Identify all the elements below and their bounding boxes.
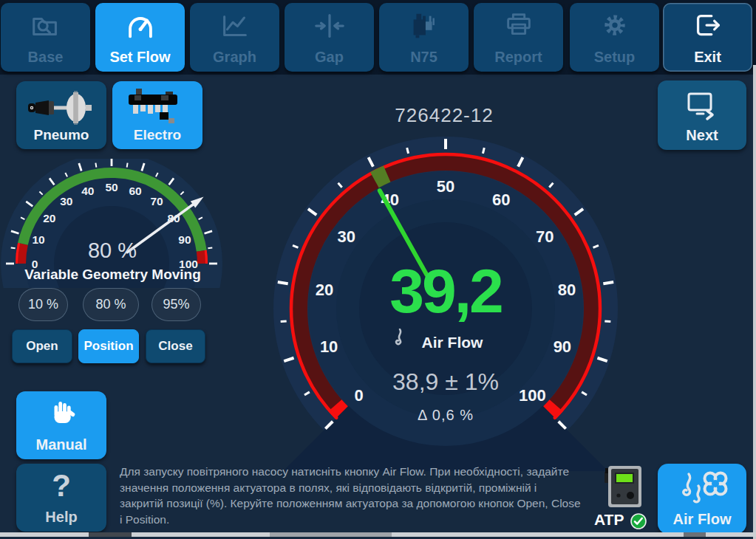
printer-icon — [502, 10, 536, 44]
toolbar-button-label: Exit — [694, 49, 721, 66]
gauge-tick-label: 20 — [316, 281, 333, 299]
gauge-tick-label: 40 — [381, 190, 398, 209]
flow-unit-label: Air Flow — [422, 334, 483, 351]
air-flow-button-label: Air Flow — [673, 511, 732, 528]
toolbar-button-label: Graph — [213, 49, 256, 66]
gauge-tick-label: 10 — [320, 337, 338, 356]
gauge-needle-tip — [191, 196, 204, 207]
tab-pneumo[interactable]: Pneumo — [16, 81, 106, 149]
tab-electro[interactable]: Electro — [112, 81, 202, 149]
help-button[interactable]: ? Help — [16, 464, 106, 532]
right-scrollbar[interactable] — [753, 65, 756, 539]
preset-value: 95% — [163, 297, 189, 312]
gauge-tick-label: 60 — [492, 190, 510, 209]
gauge-tick-label: 80 — [558, 281, 576, 299]
gauge-tick-label: 30 — [337, 227, 355, 246]
part-number: 726422-12 — [296, 104, 592, 127]
bottom-edge-segment — [89, 532, 132, 537]
gauge-tick-label: 70 — [536, 227, 554, 246]
solenoid-valve-icon — [407, 10, 441, 44]
gear-icon — [598, 10, 632, 44]
toolbar-button-report[interactable]: Report — [474, 3, 563, 72]
help-button-label: Help — [45, 509, 77, 526]
toolbar-button-set-flow[interactable]: Set Flow — [95, 3, 185, 72]
gauge-needle — [127, 204, 194, 252]
gauge-tick-label: 50 — [437, 177, 454, 196]
instructions-text: Для запуску повітряного насосу натисніть… — [120, 464, 609, 527]
manual-button-label: Manual — [36, 436, 87, 453]
air-flow-button[interactable]: Air Flow — [658, 464, 746, 534]
question-mark-icon: ? — [16, 468, 106, 504]
toolbar-button-base[interactable]: Base — [1, 3, 90, 72]
air-flow-fan-icon — [677, 470, 729, 511]
top-toolbar: Base Set Flow Graph Gap — [0, 0, 756, 75]
toolbar-button-graph[interactable]: Graph — [190, 3, 279, 72]
toolbar-button-label: N75 — [410, 49, 437, 66]
toolbar-button-gap[interactable]: Gap — [285, 3, 374, 72]
position-value: 80 % — [88, 238, 137, 262]
tab-label: Electro — [134, 127, 181, 143]
toolbar-button-n75[interactable]: N75 — [379, 3, 469, 72]
open-button[interactable]: Open — [12, 329, 72, 363]
bottom-edge-segment — [270, 532, 392, 537]
gauge-needle — [380, 190, 427, 275]
atp-device-icon — [603, 464, 646, 510]
gauge-tick-label: 100 — [519, 386, 546, 405]
flow-value: 39,2 — [389, 256, 502, 326]
next-screen-icon — [684, 89, 721, 123]
speedometer-icon — [123, 10, 157, 44]
gauge-tick-label: 90 — [178, 233, 191, 246]
toolbar-button-setup[interactable]: Setup — [570, 3, 659, 72]
gauge-tick-label: 10 — [32, 233, 44, 246]
close-button[interactable]: Close — [146, 329, 205, 363]
flow-setpoint: 38,9 ± 1% — [392, 368, 499, 395]
line-chart-icon — [218, 10, 252, 44]
air-flow-gauge: 010203040506070809010039,2Air Flow38,9 ±… — [270, 131, 622, 471]
gauge-tick-label: 30 — [60, 195, 72, 207]
preset-field-position[interactable]: 80 % — [83, 288, 139, 321]
close-button-label: Close — [158, 339, 192, 354]
position-gauge-title: Variable Geometry Moving — [7, 267, 218, 283]
preset-value: 80 % — [95, 297, 126, 312]
toolbar-button-label: Report — [494, 49, 542, 66]
next-button-label: Next — [686, 127, 718, 144]
toolbar-button-exit[interactable]: Exit — [663, 3, 752, 72]
flow-delta: Δ 0,6 % — [418, 407, 474, 423]
preset-field-close[interactable]: 95% — [151, 288, 201, 321]
tab-label: Pneumo — [34, 127, 89, 143]
exit-icon — [691, 10, 725, 44]
gauge-tick-label: 60 — [129, 185, 142, 197]
gauge-tick-label: 80 — [168, 212, 180, 224]
atp-status-label: ATP — [594, 511, 631, 529]
bottom-edge-bar — [0, 532, 756, 537]
toolbar-button-label: Gap — [315, 49, 344, 66]
bottom-edge-segment — [684, 532, 706, 537]
gauge-tick-label: 40 — [81, 185, 94, 197]
gauge-tick-label: 70 — [151, 195, 163, 207]
gauge-tick-label: 20 — [43, 212, 55, 224]
hand-icon — [46, 399, 78, 431]
position-button[interactable]: Position — [78, 329, 139, 363]
toolbar-button-label: Base — [28, 49, 64, 66]
next-button[interactable]: Next — [658, 80, 746, 150]
preset-value: 10 % — [28, 297, 58, 312]
wind-icon — [396, 329, 401, 344]
gauge-tick-label: 50 — [105, 181, 118, 193]
manual-button[interactable]: Manual — [16, 391, 106, 459]
position-button-label: Position — [84, 339, 133, 354]
pneumatic-actuator-icon — [27, 90, 96, 126]
gap-arrows-icon — [313, 10, 347, 44]
preset-field-open[interactable]: 10 % — [18, 288, 68, 321]
toolbar-button-label: Set Flow — [109, 49, 170, 66]
gauge-tick-label: 90 — [554, 337, 571, 356]
gauge-tick-label: 0 — [354, 386, 363, 405]
check-circle-icon — [630, 512, 647, 530]
open-button-label: Open — [26, 339, 58, 354]
folder-search-icon — [29, 10, 63, 44]
toolbar-button-label: Setup — [594, 49, 636, 66]
electronic-actuator-icon — [127, 87, 188, 128]
